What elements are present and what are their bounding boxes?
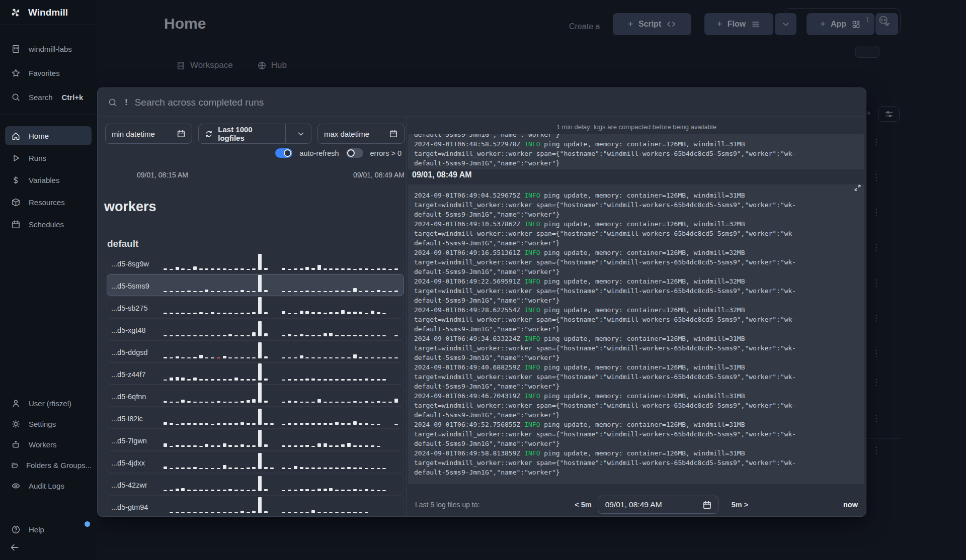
brand[interactable]: Windmill (0, 0, 97, 25)
search-icon (108, 98, 118, 108)
building-icon (11, 44, 21, 54)
worker-activity-sparkline (164, 384, 398, 406)
worker-name: ...d5-8sg9w (111, 260, 164, 273)
log-panel: 1 min delay: logs are compacted before b… (407, 117, 866, 517)
log-block-previous: default-5sms9-Jmn1G","name":"worker"}202… (408, 134, 864, 169)
sidebar-item-runs[interactable]: Runs (5, 148, 92, 167)
worker-row[interactable]: ...d5-z44f7 (107, 362, 404, 385)
collapse-sidebar-icon[interactable] (9, 542, 20, 553)
calendar-icon (11, 220, 21, 229)
worker-row[interactable]: ...d5-6qfnn (107, 385, 404, 407)
worker-group-heading: default (107, 238, 138, 249)
search-input[interactable] (135, 97, 856, 108)
sidebar-item-help[interactable]: Help (5, 520, 92, 539)
worker-activity-sparkline (164, 340, 398, 362)
forward-5m-button[interactable]: 5m > (732, 501, 748, 509)
sidebar-item-audit-logs[interactable]: Audit Logs (5, 476, 92, 495)
worker-activity-sparkline (164, 251, 398, 273)
sidebar-item-label: windmill-labs (29, 45, 72, 53)
sidebar-item-label: Search (29, 93, 53, 102)
min-datetime-picker[interactable]: min datetime (105, 124, 192, 144)
sidebar: Windmill windmill-labs Favorites Search … (0, 0, 97, 560)
sidebar-item-variables[interactable]: Variables (5, 170, 92, 190)
worker-name: ...d5-l82lc (111, 415, 164, 428)
worker-row[interactable]: ...d5-7lgwn (107, 429, 404, 451)
log-datetime-value: 09/01, 08:49 AM (605, 500, 662, 509)
sidebar-item-label: Workers (29, 440, 57, 449)
worker-activity-sparkline (164, 473, 398, 495)
refresh-icon (205, 130, 213, 138)
worker-row[interactable]: ...d5-42zwr (107, 473, 404, 495)
worker-name: ...d5-4jdxx (111, 459, 164, 473)
sidebar-item-workspace[interactable]: windmill-labs (5, 39, 92, 58)
calendar-icon (702, 500, 712, 510)
sidebar-item-settings[interactable]: Settings (5, 414, 92, 433)
gear-icon (11, 419, 21, 429)
folder-icon (11, 460, 18, 470)
logfiles-count-dropdown[interactable]: Last 1000 logfiles (198, 124, 311, 144)
user-icon (11, 399, 21, 408)
log-datetime-picker[interactable]: 09/01, 08:49 AM (598, 496, 718, 514)
sidebar-item-label: Settings (29, 420, 56, 428)
now-button[interactable]: now (843, 501, 858, 509)
worker-row[interactable]: ...d5-5sms9 (107, 274, 404, 296)
worker-name: ...d5-ddgsd (111, 348, 164, 362)
worker-activity-sparkline (164, 495, 398, 517)
modal-search-bar: ! (98, 88, 866, 117)
sidebar-item-resources[interactable]: Resources (5, 193, 92, 212)
chevron-down-icon[interactable] (291, 129, 311, 138)
sidebar-item-label: Resources (29, 198, 65, 207)
worker-name: ...d5-6qfnn (111, 393, 164, 406)
auto-refresh-toggle[interactable] (275, 148, 292, 158)
expand-log-icon[interactable] (853, 183, 862, 192)
max-datetime-picker[interactable]: max datetime (317, 124, 405, 144)
worker-activity-sparkline (164, 273, 398, 296)
sidebar-item-folders-groups[interactable]: Folders & Groups... (5, 455, 92, 475)
worker-row[interactable]: ...d5-ddgsd (107, 340, 404, 362)
sidebar-item-label: Help (29, 525, 44, 534)
min-datetime-label: min datetime (112, 130, 155, 138)
calendar-icon (177, 129, 186, 138)
sidebar-item-label: Folders & Groups... (26, 461, 92, 470)
logfiles-label: Last 1000 logfiles (218, 125, 278, 142)
sidebar-item-favorites[interactable]: Favorites (5, 63, 92, 82)
windmill-app: Home Create a + Script + Flow + App Work… (0, 0, 966, 560)
sidebar-item-label: Schedules (29, 220, 64, 229)
range-end: 09/01, 08:49 AM (353, 171, 405, 179)
worker-row[interactable]: ...d5-sb275 (107, 296, 404, 318)
workers-heading: workers (104, 199, 156, 215)
log-block-current[interactable]: 2024-09-01T06:49:04.529675Z INFO ping up… (408, 184, 864, 484)
worker-activity-sparkline (164, 318, 398, 340)
calendar-icon (389, 129, 398, 138)
divider (285, 124, 286, 143)
eye-icon (11, 481, 21, 491)
sidebar-item-schedules[interactable]: Schedules (5, 215, 92, 234)
sidebar-item-user[interactable]: User (rfiszel) (5, 394, 92, 413)
sidebar-item-home[interactable]: Home (5, 126, 92, 145)
help-circle-icon (11, 525, 21, 534)
worker-row[interactable]: ...d5-8sg9w (107, 252, 404, 274)
worker-activity-sparkline (164, 362, 398, 384)
sidebar-item-search[interactable]: Search Ctrl+k (5, 87, 92, 107)
completed-runs-search-modal: ! min datetime Last 1000 logfiles (97, 87, 866, 517)
worker-row[interactable]: ...d5-gtm94 (107, 495, 404, 517)
cube-icon (11, 198, 21, 207)
worker-activity-sparkline (164, 296, 398, 318)
back-5m-button[interactable]: < 5m (575, 501, 591, 509)
workers-column: min datetime Last 1000 logfiles max date… (98, 117, 407, 517)
errors-toggle[interactable] (346, 148, 363, 158)
worker-row[interactable]: ...d5-xgt48 (107, 318, 404, 340)
errors-label: errors > 0 (370, 149, 401, 157)
footer-label: Last 5 log files up to: (415, 501, 479, 509)
worker-name: ...d5-xgt48 (111, 326, 164, 340)
auto-refresh-label: auto-refresh (299, 149, 339, 157)
play-icon (11, 153, 21, 163)
sidebar-item-workers[interactable]: Workers (5, 435, 92, 454)
sidebar-item-label: User (rfiszel) (29, 399, 71, 408)
range-start: 09/01, 08:15 AM (137, 171, 188, 179)
worker-row[interactable]: ...d5-4jdxx (107, 451, 404, 473)
sidebar-item-label: Favorites (29, 69, 60, 77)
sparkline-time-range: 09/01, 08:15 AM 09/01, 08:49 AM (98, 171, 407, 179)
worker-row[interactable]: ...d5-l82lc (107, 407, 404, 429)
worker-activity-sparkline (164, 450, 398, 473)
